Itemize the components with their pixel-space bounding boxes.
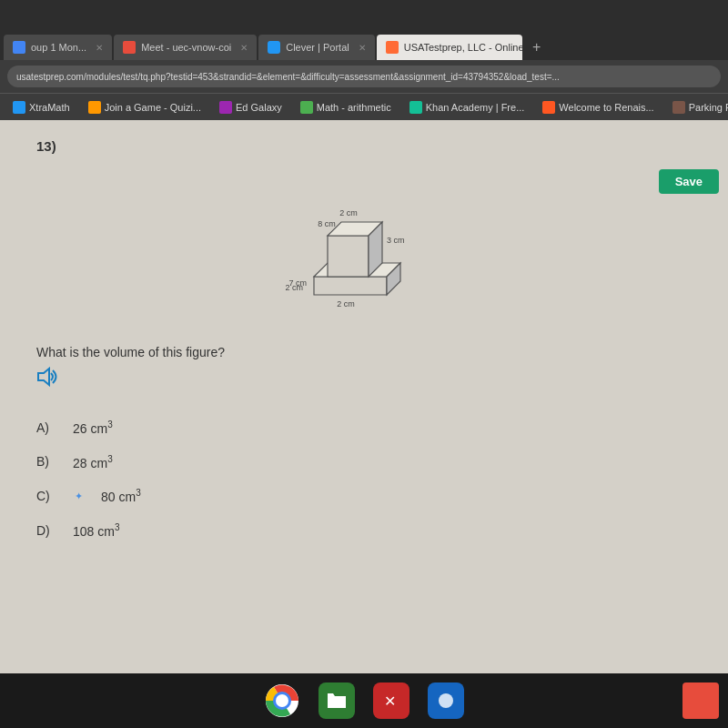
tab-favicon-1: [13, 41, 25, 54]
tab-favicon-4: [386, 41, 399, 54]
taskbar-files-icon[interactable]: [318, 682, 355, 719]
answer-letter-d: D): [36, 523, 55, 538]
bookmarks-bar: XtraMath Join a Game - Quizi... Ed Galax…: [0, 93, 728, 120]
figure-svg: 2 cm 8 cm 3 cm 7 cm 2 cm 2 cm: [241, 163, 496, 327]
bookmark-join-game[interactable]: Join a Game - Quizi...: [81, 97, 208, 117]
label-top-height: 3 cm: [387, 236, 405, 245]
answer-row-a[interactable]: A) 26 cm3: [36, 410, 701, 445]
tab-label-1: oup 1 Mon...: [31, 42, 86, 53]
save-button[interactable]: Save: [659, 169, 719, 194]
bookmark-label-join-game: Join a Game - Quizi...: [105, 102, 201, 113]
bookmark-label-xtramath: XtraMath: [29, 102, 70, 113]
figure-area: 2 cm 8 cm 3 cm 7 cm 2 cm 2 cm: [36, 163, 701, 327]
answer-row-c[interactable]: C) ✦ 80 cm3: [36, 479, 701, 513]
answer-text-c: 80 cm3: [101, 488, 141, 504]
address-input[interactable]: usatestprep.com/modules/test/tq.php?test…: [7, 66, 721, 87]
tab-favicon-2: [123, 41, 136, 54]
label-top-depth: 8 cm: [318, 219, 336, 228]
tab-meet[interactable]: Meet - uec-vnow-coi ✕: [114, 35, 257, 60]
bookmark-label-ed-galaxy: Ed Galaxy: [236, 102, 282, 113]
selected-marker-c: ✦: [75, 490, 83, 502]
bookmark-khan-academy[interactable]: Khan Academy | Fre...: [402, 97, 532, 117]
answer-text-d: 108 cm3: [73, 522, 119, 539]
svg-text:✕: ✕: [384, 693, 396, 709]
bookmark-label-renaissance: Welcome to Renais...: [559, 102, 653, 113]
tab-close-3[interactable]: ✕: [359, 43, 366, 53]
tab-usatestprep[interactable]: USATestprep, LLC - Online State... ✕: [377, 35, 522, 60]
svg-point-9: [276, 694, 288, 707]
tab-label-2: Meet - uec-vnow-coi: [141, 42, 231, 53]
tab-close-1[interactable]: ✕: [96, 43, 103, 53]
taskbar-app-icon[interactable]: [428, 682, 464, 719]
bookmark-icon-xtramath: [13, 101, 25, 114]
label-top-width: 2 cm: [339, 208, 358, 217]
question-number: 13): [36, 138, 701, 154]
content-area: 13) 2 cm: [0, 120, 728, 673]
address-text: usatestprep.com/modules/test/tq.php?test…: [16, 72, 560, 82]
tab-add-button[interactable]: +: [524, 35, 550, 60]
bookmark-parking-fury[interactable]: Parking Fury: [665, 97, 728, 117]
bookmark-ed-galaxy[interactable]: Ed Galaxy: [212, 97, 289, 117]
answer-text-b: 28 cm3: [73, 454, 113, 470]
bookmark-math-arithmetic[interactable]: Math - arithmetic: [293, 97, 399, 117]
bookmark-icon-math: [300, 101, 313, 114]
answer-row-b[interactable]: B) 28 cm3: [36, 445, 701, 480]
answer-text-a: 26 cm3: [73, 420, 113, 436]
answer-letter-b: B): [36, 454, 55, 469]
bookmark-icon-parking: [672, 101, 685, 114]
taskbar-chrome-icon[interactable]: [264, 682, 300, 719]
bookmark-icon-renaissance: [542, 101, 555, 114]
svg-marker-6: [38, 369, 49, 385]
bookmark-label-khan: Khan Academy | Fre...: [426, 102, 525, 113]
answer-letter-a: A): [36, 420, 55, 435]
question-container: 13) 2 cm: [0, 120, 728, 566]
label-bottom-depth: 2 cm: [337, 299, 355, 308]
tab-group1[interactable]: oup 1 Mon... ✕: [4, 35, 112, 60]
bookmark-icon-ed-galaxy: [219, 101, 232, 114]
tab-favicon-3: [268, 41, 280, 54]
audio-button[interactable]: [36, 367, 62, 387]
bookmark-xtramath[interactable]: XtraMath: [5, 97, 77, 117]
tab-label-4: USATestprep, LLC - Online State...: [404, 42, 522, 53]
svg-point-11: [439, 693, 453, 708]
tab-close-2[interactable]: ✕: [240, 43, 248, 53]
svg-marker-3: [328, 236, 369, 277]
tab-bar: oup 1 Mon... ✕ Meet - uec-vnow-coi ✕ Cle…: [0, 29, 728, 60]
taskbar-right-panel[interactable]: [682, 682, 719, 719]
address-bar: usatestprep.com/modules/test/tq.php?test…: [0, 60, 728, 93]
bookmark-label-math: Math - arithmetic: [317, 102, 391, 113]
os-bar: [0, 0, 728, 29]
question-text: What is the volume of this figure?: [36, 345, 701, 359]
label-bottom-width: 2 cm: [285, 283, 303, 292]
tab-clever[interactable]: Clever | Portal ✕: [258, 35, 375, 60]
browser-chrome: oup 1 Mon... ✕ Meet - uec-vnow-coi ✕ Cle…: [0, 29, 728, 120]
answer-letter-c: C): [36, 489, 55, 503]
svg-marker-0: [314, 277, 387, 295]
bookmark-renaissance[interactable]: Welcome to Renais...: [535, 97, 661, 117]
bookmark-icon-khan: [410, 101, 422, 114]
taskbar: ✕: [0, 673, 728, 728]
bookmark-icon-join-game: [88, 101, 101, 114]
answer-row-d[interactable]: D) 108 cm3: [36, 513, 701, 548]
taskbar-game-icon[interactable]: ✕: [373, 682, 410, 719]
bookmark-label-parking: Parking Fury: [689, 102, 728, 113]
speaker-icon: [36, 367, 62, 387]
save-button-area: Save: [659, 169, 719, 194]
answer-choices: A) 26 cm3 B) 28 cm3 C) ✦ 80 cm3 D): [36, 410, 701, 548]
tab-label-3: Clever | Portal: [286, 42, 349, 53]
